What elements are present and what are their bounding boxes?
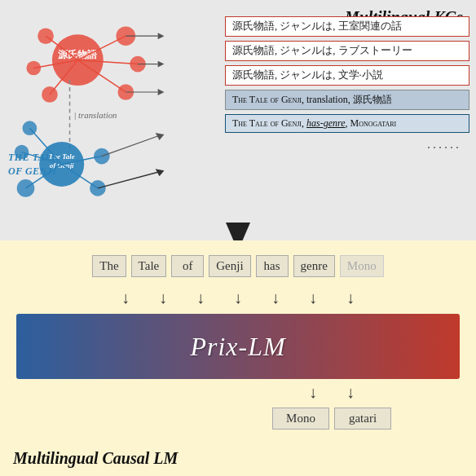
svg-line-36 — [98, 172, 158, 188]
spacer-4 — [222, 383, 254, 402]
token-mono-faded: Mono — [340, 255, 384, 277]
arrow-5: ↓ — [259, 289, 292, 306]
svg-marker-33 — [158, 89, 165, 95]
output-arrows: ↓ ↓ — [16, 383, 460, 402]
prixlm-label: Prix-LM — [190, 332, 285, 362]
triple-4: The Tale of Genji, translation, 源氏物語 — [225, 90, 469, 110]
svg-marker-29 — [158, 33, 165, 39]
bottom-section: The Tale of Genji has genre Mono ↓ ↓ ↓ ↓… — [0, 240, 476, 476]
token-row: The Tale of Genji has genre Mono — [16, 255, 460, 277]
output-arrow-2: ↓ — [334, 383, 367, 402]
output-token-mono: Mono — [272, 408, 329, 430]
output-token-gatari: gatari — [334, 408, 391, 430]
triples-area: 源氏物語, ジャンルは, 王室関連の話 源氏物語, ジャンルは, ラブストーリー… — [225, 16, 469, 152]
arrow-3: ↓ — [184, 289, 217, 306]
token-tale: Tale — [131, 255, 167, 277]
dots: ...... — [225, 137, 469, 152]
output-row: Mono gatari — [16, 408, 460, 430]
token-genre: genre — [293, 255, 335, 277]
arrow-6: ↓ — [297, 289, 329, 306]
triple-2: 源氏物語, ジャンルは, ラブストーリー — [225, 41, 469, 61]
arrow-2: ↓ — [147, 289, 179, 306]
knowledge-graph-svg: 源氏物語 The Tale of Genji — [0, 0, 187, 228]
arrow-7: ↓ — [334, 289, 367, 306]
token-of: of — [171, 255, 204, 277]
triple-3: 源氏物語, ジャンルは, 文学·小説 — [225, 65, 469, 86]
spacer-3 — [184, 383, 217, 402]
arrow-4: ↓ — [222, 289, 254, 306]
prixlm-bar: Prix-LM — [16, 314, 460, 379]
token-the: The — [92, 255, 126, 277]
spacer-2 — [147, 383, 179, 402]
english-node-label: The Taleof Genji — [8, 151, 59, 178]
triple-1: 源氏物語, ジャンルは, 王室関連の話 — [225, 16, 469, 37]
triple-5: The Tale of Genji, has-genre, Monogatari — [225, 114, 469, 133]
svg-point-18 — [17, 179, 35, 197]
svg-marker-31 — [158, 61, 165, 68]
token-genji: Genji — [209, 255, 250, 277]
svg-line-34 — [102, 136, 158, 156]
spacer-5 — [259, 383, 292, 402]
token-has: has — [256, 255, 289, 277]
input-arrows: ↓ ↓ ↓ ↓ ↓ ↓ ↓ — [16, 289, 460, 306]
arrow-1: ↓ — [109, 289, 142, 306]
spacer-1 — [109, 383, 142, 402]
multilingual-lm-title: Multilingual Causal LM — [13, 449, 178, 468]
top-section: Multilingual KGs 源氏物語 The Tale of Genji — [0, 0, 476, 240]
svg-point-5 — [37, 28, 54, 44]
svg-text:| translation: | translation — [73, 110, 117, 120]
output-arrow-1: ↓ — [297, 383, 329, 402]
